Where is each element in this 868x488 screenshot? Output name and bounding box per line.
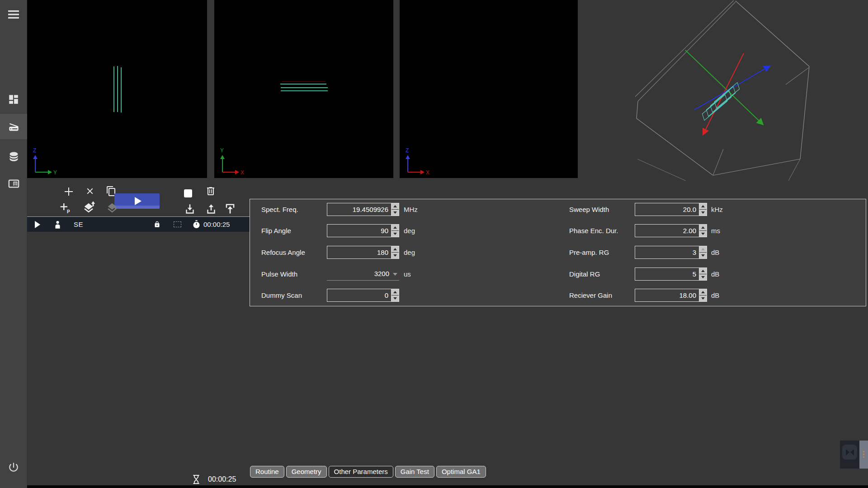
spinner-up-button[interactable] <box>699 225 707 231</box>
sequence-duration: 00:00:25 <box>203 217 230 232</box>
spinner-down-button[interactable] <box>699 274 707 280</box>
overlay-widget[interactable] <box>840 441 868 469</box>
param-unit: ms <box>711 224 720 237</box>
close-icon <box>85 186 95 196</box>
spinner-down-button[interactable] <box>699 231 707 237</box>
spinner-down-button[interactable] <box>699 210 707 216</box>
sweep-width-input[interactable]: 20.0 <box>635 203 707 216</box>
spinner-up-button[interactable] <box>699 268 707 274</box>
spinner-up-button[interactable] <box>699 289 707 296</box>
tab-geometry[interactable]: Geometry <box>286 466 327 478</box>
upload-top-button[interactable] <box>224 202 236 215</box>
app-root: Z Y Y X Z X <box>0 0 868 488</box>
3d-slice-view[interactable] <box>578 0 868 181</box>
sidebar-item-scanner[interactable] <box>0 114 27 139</box>
sidebar-item-protocols[interactable] <box>0 172 27 195</box>
add-icon <box>63 186 74 197</box>
dot <box>863 456 864 458</box>
axis-label-vertical: Z <box>406 147 409 154</box>
sidebar-item-database[interactable] <box>0 145 27 168</box>
tab-optimal-ga1[interactable]: Optimal GA1 <box>436 466 486 478</box>
param-label: Sweep Width <box>569 203 609 216</box>
add-phase-icon: P <box>59 202 71 214</box>
axis-red <box>703 53 744 134</box>
play-icon <box>34 221 41 228</box>
axis-indicator: Z Y <box>29 146 62 178</box>
spinner-up-button[interactable] <box>699 203 707 210</box>
article-icon <box>8 178 20 190</box>
viewport-zx[interactable]: Z X <box>400 0 578 178</box>
param-label: Pre-amp. RG <box>569 246 609 259</box>
input-value[interactable]: 3 <box>635 246 699 258</box>
param-row-pre-amp-rg: Pre-amp. RG 3 dB <box>250 246 866 259</box>
bottom-strip <box>27 485 868 488</box>
upload-icon <box>205 203 217 215</box>
pre-amp-rg-input[interactable]: 3 <box>635 246 707 259</box>
parameters-panel: Spect. Freq. 19.4509926 MHz Flip Angle 9… <box>250 199 866 306</box>
add-button[interactable] <box>63 186 74 197</box>
phase-enc-dur-input[interactable]: 2.00 <box>635 224 707 237</box>
overlay-widget-body[interactable] <box>840 441 859 469</box>
axis-label-horizontal: X <box>241 169 244 176</box>
power-icon <box>8 461 19 473</box>
input-value[interactable]: 20.0 <box>635 203 699 216</box>
input-value[interactable]: 5 <box>635 268 699 280</box>
slice-stack <box>702 83 739 121</box>
slice-line <box>280 84 326 84</box>
sequence-toolbar: P <box>27 178 250 216</box>
tab-other-parameters[interactable]: Other Parameters <box>329 466 393 478</box>
axis-label-vertical: Z <box>33 147 36 154</box>
add-phase-button[interactable]: P <box>59 202 71 214</box>
svg-text:P: P <box>67 209 70 214</box>
layers-edit-button[interactable] <box>105 201 119 214</box>
run-button[interactable] <box>114 193 160 209</box>
axis-indicator: Y X <box>216 146 250 178</box>
timer-icon <box>193 220 200 229</box>
spinner-down-button[interactable] <box>699 296 707 301</box>
sidebar <box>0 0 27 488</box>
tab-gain-test[interactable]: Gain Test <box>395 466 434 478</box>
reciever-gain-input[interactable]: 18.00 <box>635 289 707 302</box>
delete-button[interactable] <box>205 185 216 197</box>
spinner-down-button[interactable] <box>699 253 707 258</box>
sequence-play-button[interactable] <box>34 217 41 232</box>
dashboard-icon <box>8 94 19 105</box>
hamburger-icon <box>7 9 20 19</box>
menu-button[interactable] <box>0 5 27 24</box>
axis-indicator: Z X <box>401 146 435 178</box>
spinner-up-button[interactable] <box>699 246 707 253</box>
param-label: Digital RG <box>569 267 600 281</box>
hourglass-icon <box>192 474 201 485</box>
overlay-widget-handle[interactable] <box>859 441 868 469</box>
param-row-phase-enc-dur: Phase Enc. Dur. 2.00 ms <box>250 224 866 237</box>
digital-rg-input[interactable]: 5 <box>635 267 707 281</box>
layers-up-button[interactable] <box>81 201 96 214</box>
dot <box>863 451 864 452</box>
overlay-widget-button[interactable] <box>842 445 857 460</box>
stop-button[interactable] <box>184 189 193 198</box>
input-value[interactable]: 2.00 <box>635 225 699 237</box>
param-label: Phase Enc. Dur. <box>569 224 618 237</box>
bowtie-icon <box>845 449 854 456</box>
viewport-zy[interactable]: Z Y <box>27 0 207 178</box>
parameter-tabs: Routine Geometry Other Parameters Gain T… <box>250 466 486 478</box>
axis-green <box>685 50 762 124</box>
viewport-yx[interactable]: Y X <box>214 0 393 178</box>
sequence-name: SE <box>74 217 83 232</box>
sequence-row[interactable]: SE 00:00:25 <box>27 217 250 232</box>
scanner-icon <box>8 121 20 133</box>
download-button[interactable] <box>184 203 196 215</box>
close-button[interactable] <box>85 186 95 196</box>
lock-button[interactable] <box>154 217 160 232</box>
lock-icon <box>154 220 160 229</box>
spinner <box>699 246 707 258</box>
selection-button[interactable] <box>174 217 181 232</box>
upload-button[interactable] <box>205 203 217 215</box>
tab-routine[interactable]: Routine <box>250 466 284 478</box>
input-value[interactable]: 18.00 <box>635 289 699 301</box>
power-button[interactable] <box>0 455 27 479</box>
param-row-digital-rg: Digital RG 5 dB <box>250 267 866 281</box>
slice-line <box>121 67 122 113</box>
slice-line <box>117 66 118 112</box>
sidebar-item-dashboard[interactable] <box>0 88 27 111</box>
